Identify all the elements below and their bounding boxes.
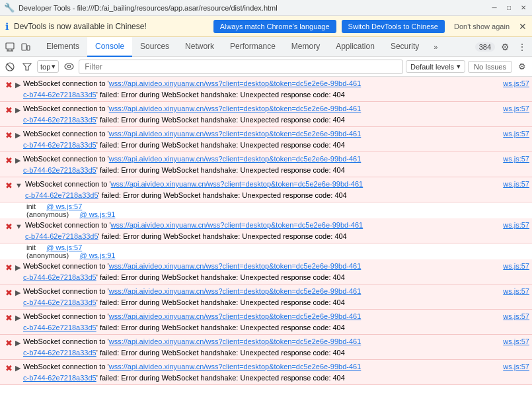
websocket-url-cont[interactable]: c-b744-62e7218a33d5 xyxy=(23,116,96,124)
expand-button[interactable]: ▶ xyxy=(15,155,20,166)
stack-file-link[interactable]: @ ws.js:91 xyxy=(79,210,115,218)
error-file-link[interactable]: ws.js:57 xyxy=(503,128,529,140)
tab-security[interactable]: Security xyxy=(383,37,427,57)
table-row: ✖▶WebSocket connection to 'wss://api.aiv… xyxy=(0,360,532,385)
websocket-url-cont[interactable]: c-b744-62e7218a33d5 xyxy=(23,91,96,99)
expand-button[interactable]: ▶ xyxy=(15,337,20,349)
error-message: WebSocket connection to 'wss://api.aivid… xyxy=(23,128,500,150)
error-icon: ✖ xyxy=(5,337,13,350)
stack-file-link[interactable]: @ ws.js:57 xyxy=(46,202,82,210)
websocket-url-cont[interactable]: c-b744-62e7218a33d5 xyxy=(23,349,96,357)
error-file-link[interactable]: ws.js:57 xyxy=(503,336,529,347)
websocket-url-cont[interactable]: c-b744-62e7218a33d5 xyxy=(23,298,96,306)
table-row: ✖▶WebSocket connection to 'wss://api.aiv… xyxy=(0,259,532,284)
websocket-url[interactable]: wss://api.aivideo.xinyuanw.cn/wss?client… xyxy=(109,312,361,320)
websocket-url-cont[interactable]: c-b744-62e7218a33d5 xyxy=(25,232,98,240)
websocket-url[interactable]: wss://api.aivideo.xinyuanw.cn/wss?client… xyxy=(109,287,361,295)
console-content[interactable]: ✖▶WebSocket connection to 'wss://api.aiv… xyxy=(0,77,532,393)
error-icon: ✖ xyxy=(5,129,13,142)
expand-button[interactable]: ▼ xyxy=(15,221,22,232)
switch-devtools-button[interactable]: Switch DevTools to Chinese xyxy=(342,20,445,33)
svg-rect-5 xyxy=(27,46,30,50)
console-settings-icon[interactable]: ⚙ xyxy=(515,60,529,74)
error-message: WebSocket connection to 'wss://api.aivid… xyxy=(23,336,500,358)
device-toggle-icon[interactable] xyxy=(19,40,33,54)
devtools-icon: 🔧 xyxy=(4,3,15,13)
svg-rect-0 xyxy=(6,43,14,49)
expand-button[interactable]: ▶ xyxy=(15,262,20,273)
customize-devtools-icon[interactable]: ⋮ xyxy=(515,40,529,54)
dismiss-button[interactable]: Don't show again xyxy=(450,20,513,33)
minimize-button[interactable]: ─ xyxy=(490,3,499,13)
tab-elements[interactable]: Elements xyxy=(38,37,87,57)
expand-button[interactable]: ▶ xyxy=(15,363,20,374)
error-file-link[interactable]: ws.js:57 xyxy=(503,153,529,165)
info-icon: ℹ xyxy=(5,21,9,32)
websocket-url-cont[interactable]: c-b744-62e7218a33d5 xyxy=(23,273,96,281)
filter-toggle-button[interactable] xyxy=(20,60,34,74)
tab-performance[interactable]: Performance xyxy=(222,37,284,57)
clear-console-button[interactable] xyxy=(3,60,17,74)
expand-button[interactable]: ▶ xyxy=(15,287,20,298)
expand-button[interactable]: ▼ xyxy=(15,180,22,191)
websocket-url-cont[interactable]: c-b744-62e7218a33d5 xyxy=(23,374,96,382)
table-row: ✖▶WebSocket connection to 'wss://api.aiv… xyxy=(0,284,532,310)
websocket-url-cont[interactable]: c-b744-62e7218a33d5 xyxy=(23,166,96,174)
context-label: top xyxy=(40,63,50,71)
tab-sources[interactable]: Sources xyxy=(132,37,177,57)
tab-application[interactable]: Application xyxy=(328,37,383,57)
close-infobar-icon[interactable]: ✕ xyxy=(519,21,527,32)
websocket-url[interactable]: wss://api.aivideo.xinyuanw.cn/wss?client… xyxy=(109,130,361,138)
error-message: WebSocket connection to 'wss://api.aivid… xyxy=(25,220,500,241)
error-icon: ✖ xyxy=(5,104,13,117)
error-file-link[interactable]: ws.js:57 xyxy=(503,361,529,372)
more-tabs-button[interactable]: » xyxy=(428,40,443,54)
devtools-settings-icon[interactable]: ⚙ xyxy=(498,40,512,54)
svg-marker-8 xyxy=(23,64,31,70)
maximize-button[interactable]: □ xyxy=(504,3,513,13)
table-row: ✖▼WebSocket connection to 'wss://api.aiv… xyxy=(0,177,532,202)
error-icon: ✖ xyxy=(5,220,13,234)
websocket-url[interactable]: wss://api.aivideo.xinyuanw.cn/wss?client… xyxy=(109,262,361,270)
error-file-link[interactable]: ws.js:57 xyxy=(503,261,529,272)
expand-button[interactable]: ▶ xyxy=(15,312,20,324)
info-text: DevTools is now available in Chinese! xyxy=(14,22,208,31)
log-level-selector[interactable]: Default levels ▾ xyxy=(406,60,465,73)
window-buttons: ─ □ ✕ xyxy=(490,3,528,13)
error-file-link[interactable]: ws.js:57 xyxy=(503,103,529,114)
websocket-url[interactable]: wss://api.aivideo.xinyuanw.cn/wss?client… xyxy=(111,180,363,188)
stack-file-link[interactable]: @ ws.js:57 xyxy=(46,243,82,251)
expand-button[interactable]: ▶ xyxy=(15,105,20,116)
title-text: Developer Tools - file:///D:/ai_bailing/… xyxy=(19,4,486,12)
error-file-link[interactable]: ws.js:57 xyxy=(503,179,529,190)
match-language-button[interactable]: Always match Chrome's language xyxy=(213,20,336,33)
expand-button[interactable]: ▶ xyxy=(15,79,20,91)
websocket-url[interactable]: wss://api.aivideo.xinyuanw.cn/wss?client… xyxy=(109,337,361,345)
eye-icon-button[interactable] xyxy=(61,60,76,74)
expand-button[interactable]: ▶ xyxy=(15,130,20,141)
websocket-url-cont[interactable]: c-b744-62e7218a33d5 xyxy=(23,324,96,331)
tab-memory[interactable]: Memory xyxy=(284,37,328,57)
error-message: WebSocket connection to 'wss://api.aivid… xyxy=(23,261,500,283)
websocket-url[interactable]: wss://api.aivideo.xinyuanw.cn/wss?client… xyxy=(109,79,361,87)
inspect-icon[interactable] xyxy=(3,40,17,54)
close-button[interactable]: ✕ xyxy=(519,3,528,13)
websocket-url-cont[interactable]: c-b744-62e7218a33d5 xyxy=(25,191,98,199)
error-file-link[interactable]: ws.js:57 xyxy=(503,220,529,231)
error-file-link[interactable]: ws.js:57 xyxy=(503,311,529,322)
error-message: WebSocket connection to 'wss://api.aivid… xyxy=(23,311,500,333)
websocket-url[interactable]: wss://api.aivideo.xinyuanw.cn/wss?client… xyxy=(111,221,363,229)
context-selector[interactable]: top ▾ xyxy=(37,60,59,73)
websocket-url[interactable]: wss://api.aivideo.xinyuanw.cn/wss?client… xyxy=(109,363,361,371)
websocket-url[interactable]: wss://api.aivideo.xinyuanw.cn/wss?client… xyxy=(109,155,361,163)
error-file-link[interactable]: ws.js:57 xyxy=(503,286,529,297)
tab-network[interactable]: Network xyxy=(177,37,222,57)
websocket-url-cont[interactable]: c-b744-62e7218a33d5 xyxy=(23,141,96,149)
tab-console[interactable]: Console xyxy=(87,37,132,57)
stack-frame: (anonymous) @ ws.js:91 xyxy=(0,251,532,259)
websocket-url[interactable]: wss://api.aivideo.xinyuanw.cn/wss?client… xyxy=(109,105,361,112)
error-message: WebSocket connection to 'wss://api.aivid… xyxy=(23,153,500,175)
error-file-link[interactable]: ws.js:57 xyxy=(503,78,529,89)
filter-input[interactable] xyxy=(79,60,403,74)
stack-file-link[interactable]: @ ws.js:91 xyxy=(79,251,115,259)
